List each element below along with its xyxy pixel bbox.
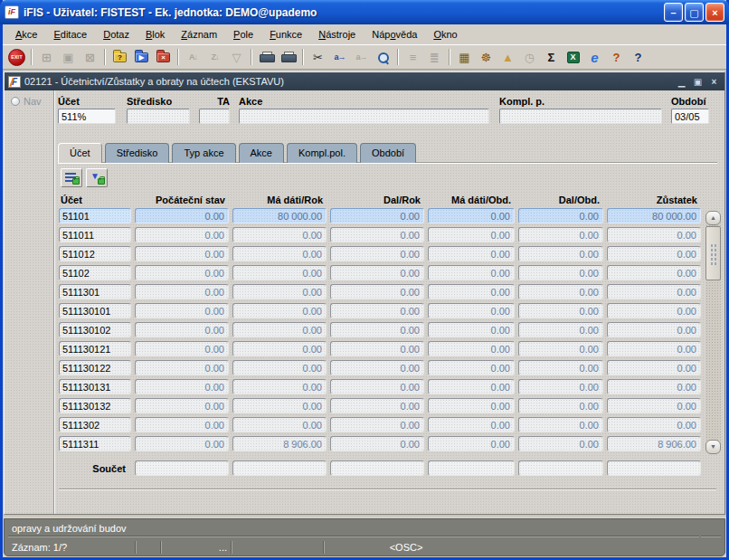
amount-cell[interactable]: 0.00 xyxy=(428,341,515,356)
account-cell[interactable]: 511130132 xyxy=(59,398,131,413)
amount-cell[interactable]: 0.00 xyxy=(135,379,229,394)
account-cell[interactable]: 511130121 xyxy=(59,341,131,356)
amount-cell[interactable]: 0.00 xyxy=(330,227,424,242)
navigator-button[interactable]: ☸ xyxy=(476,47,497,68)
amount-cell[interactable]: 0.00 xyxy=(135,303,229,318)
total-cell[interactable] xyxy=(428,460,515,476)
account-cell[interactable]: 511130102 xyxy=(59,322,131,337)
total-cell[interactable] xyxy=(232,460,327,476)
account-cell[interactable]: 51102 xyxy=(59,265,131,280)
pyramid-button[interactable]: ▲ xyxy=(497,47,518,68)
amount-cell[interactable]: 0.00 xyxy=(135,208,229,223)
amount-cell[interactable]: 0.00 xyxy=(428,436,515,451)
minimize-button[interactable]: – xyxy=(664,3,683,22)
amount-cell[interactable]: 0.00 xyxy=(428,303,515,318)
amount-cell[interactable]: 0.00 xyxy=(428,417,515,432)
tab-akce[interactable]: Akce xyxy=(239,143,284,163)
menu-item-funkce[interactable]: Funkce xyxy=(262,26,309,43)
account-cell[interactable]: 511012 xyxy=(59,246,131,261)
detail-window-button[interactable]: ▦ xyxy=(454,47,475,68)
amount-cell[interactable]: 0.00 xyxy=(135,436,229,451)
ucet-input[interactable] xyxy=(58,109,116,124)
excel-export-button[interactable]: X xyxy=(563,47,583,68)
amount-cell[interactable]: 0.00 xyxy=(518,284,603,299)
amount-cell[interactable]: 0.00 xyxy=(607,265,701,280)
amount-cell[interactable]: 0.00 xyxy=(428,227,515,242)
module-close-button[interactable]: × xyxy=(707,76,721,88)
menu-item-okno[interactable]: Okno xyxy=(426,26,464,43)
close-button[interactable]: × xyxy=(705,3,724,22)
amount-cell[interactable]: 0.00 xyxy=(330,303,424,318)
preview-button[interactable] xyxy=(373,47,393,68)
total-cell[interactable] xyxy=(518,460,603,476)
amount-cell[interactable]: 0.00 xyxy=(518,227,603,242)
amount-cell[interactable]: 0.00 xyxy=(232,398,327,413)
amount-cell[interactable]: 0.00 xyxy=(607,341,701,356)
tab-kompl.pol.[interactable]: Kompl.pol. xyxy=(287,143,357,163)
scroll-up-button[interactable]: ▲ xyxy=(705,211,721,225)
amount-cell[interactable]: 0.00 xyxy=(518,436,603,451)
replace-button[interactable]: a→ xyxy=(329,47,350,68)
amount-cell[interactable]: 0.00 xyxy=(330,417,424,432)
amount-cell[interactable]: 0.00 xyxy=(232,303,327,318)
kompl-p-input[interactable] xyxy=(499,109,662,124)
amount-cell[interactable]: 0.00 xyxy=(607,284,701,299)
cancel-query-button[interactable]: × xyxy=(153,47,174,68)
nav-radio-icon[interactable] xyxy=(11,97,20,106)
amount-cell[interactable]: 0.00 xyxy=(135,417,229,432)
akce-input[interactable] xyxy=(239,109,489,124)
tab-účet[interactable]: Účet xyxy=(58,143,102,163)
amount-cell[interactable]: 0.00 xyxy=(428,208,515,223)
amount-cell[interactable]: 0.00 xyxy=(330,322,424,337)
tab-typ akce[interactable]: Typ akce xyxy=(172,143,235,163)
amount-cell[interactable]: 0.00 xyxy=(232,341,327,356)
total-cell[interactable] xyxy=(607,460,701,476)
amount-cell[interactable]: 0.00 xyxy=(428,265,515,280)
amount-cell[interactable]: 0.00 xyxy=(330,436,424,451)
amount-cell[interactable]: 0.00 xyxy=(518,265,603,280)
cut-button[interactable]: ✂ xyxy=(308,47,328,68)
amount-cell[interactable]: 0.00 xyxy=(232,227,327,242)
amount-cell[interactable]: 0.00 xyxy=(607,246,701,261)
menu-item-nápověda[interactable]: Nápověda xyxy=(364,26,424,43)
account-cell[interactable]: 51101 xyxy=(59,208,131,223)
amount-cell[interactable]: 0.00 xyxy=(330,208,424,223)
amount-cell[interactable]: 0.00 xyxy=(428,360,515,375)
account-cell[interactable]: 5111302 xyxy=(59,417,131,432)
amount-cell[interactable]: 0.00 xyxy=(135,284,229,299)
amount-cell[interactable]: 80 000.00 xyxy=(607,208,701,223)
amount-cell[interactable]: 8 906.00 xyxy=(607,436,701,451)
account-cell[interactable]: 511130122 xyxy=(59,360,131,375)
amount-cell[interactable]: 0.00 xyxy=(518,398,603,413)
amount-cell[interactable]: 0.00 xyxy=(135,246,229,261)
total-cell[interactable] xyxy=(135,460,229,476)
web-browser-button[interactable]: e xyxy=(584,47,605,68)
amount-cell[interactable]: 0.00 xyxy=(135,265,229,280)
amount-cell[interactable]: 0.00 xyxy=(330,379,424,394)
menu-item-záznam[interactable]: Záznam xyxy=(174,26,224,43)
stredisko-input[interactable] xyxy=(127,109,190,124)
amount-cell[interactable]: 0.00 xyxy=(135,398,229,413)
amount-cell[interactable]: 0.00 xyxy=(518,360,603,375)
filter-lock-button[interactable]: ▼ xyxy=(86,168,108,187)
menu-item-blok[interactable]: Blok xyxy=(138,26,172,43)
amount-cell[interactable]: 0.00 xyxy=(330,265,424,280)
menu-item-dotaz[interactable]: Dotaz xyxy=(96,26,137,43)
amount-cell[interactable]: 0.00 xyxy=(135,360,229,375)
help-button[interactable]: ? xyxy=(606,47,627,68)
amount-cell[interactable]: 0.00 xyxy=(428,398,515,413)
module-restore-button[interactable]: ▣ xyxy=(691,76,705,88)
amount-cell[interactable]: 0.00 xyxy=(135,227,229,242)
amount-cell[interactable]: 0.00 xyxy=(607,379,701,394)
amount-cell[interactable]: 0.00 xyxy=(607,303,701,318)
amount-cell[interactable]: 0.00 xyxy=(607,360,701,375)
amount-cell[interactable]: 80 000.00 xyxy=(232,208,327,223)
amount-cell[interactable]: 0.00 xyxy=(232,284,327,299)
print-button[interactable] xyxy=(256,47,277,68)
amount-cell[interactable]: 0.00 xyxy=(518,341,603,356)
menu-item-editace[interactable]: Editace xyxy=(46,26,94,43)
amount-cell[interactable]: 0.00 xyxy=(428,284,515,299)
total-cell[interactable] xyxy=(330,460,424,476)
amount-cell[interactable]: 0.00 xyxy=(518,246,603,261)
menu-item-pole[interactable]: Pole xyxy=(226,26,260,43)
